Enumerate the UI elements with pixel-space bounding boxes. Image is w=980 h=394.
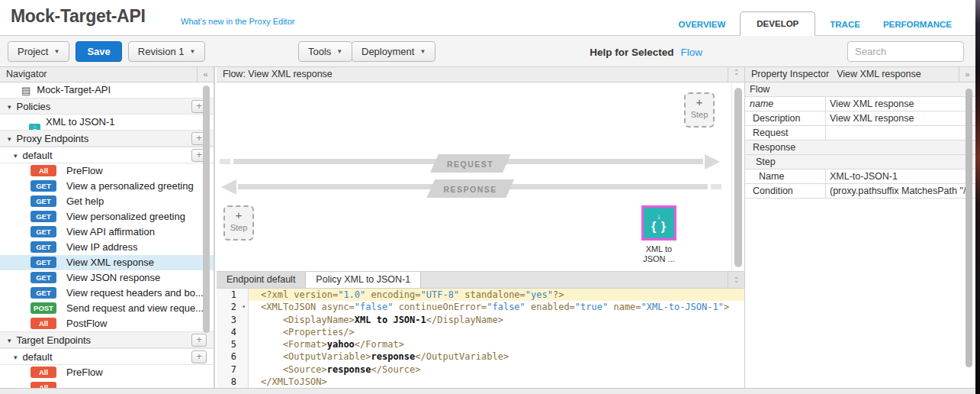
- expand-panel-icon[interactable]: »: [959, 67, 975, 82]
- code-line-2[interactable]: 2▾<XMLToJSON async="false" continueOnErr…: [217, 301, 744, 313]
- code-line-5[interactable]: 5 <Format>yahoo</Format>: [217, 338, 744, 350]
- navigator-scrollbar[interactable]: [203, 86, 210, 333]
- inspector-property-label: Name: [745, 170, 825, 183]
- proxy-document-icon: ▤: [21, 85, 31, 96]
- inspector-property-value[interactable]: View XML response: [825, 111, 975, 125]
- navigator-title: Navigator: [6, 69, 47, 79]
- inspector-property-value[interactable]: XML-to-JSON-1: [825, 170, 975, 183]
- nav-section-label: default: [23, 351, 53, 363]
- nav-item-view-api-affirmation[interactable]: GETView API affirmation: [0, 224, 214, 240]
- property-inspector-subtitle: View XML response: [837, 69, 921, 79]
- nav-item-xml-to-json-1[interactable]: ↓{}XML to JSON-1: [0, 115, 214, 130]
- tab-trace[interactable]: TRACE: [818, 13, 872, 36]
- nav-item-preflow[interactable]: AllPreFlow: [0, 163, 214, 179]
- request-arrowhead-icon: [705, 154, 720, 170]
- policy-node-label: XML to JSON ...: [631, 244, 686, 264]
- code-token: "false": [355, 302, 394, 312]
- revision-dropdown[interactable]: Revision 1 ▼: [128, 41, 206, 62]
- code-line-3[interactable]: 3 <DisplayName>XML to JSON-1</DisplayNam…: [217, 314, 744, 326]
- code-line-1[interactable]: 1<?xml version="1.0" encoding="UTF-8" st…: [217, 289, 744, 301]
- code-token: yahoo: [327, 339, 355, 350]
- toolbar: Project ▼ Save Revision 1 ▼ Tools ▼ Depl…: [0, 36, 975, 67]
- method-badge-get: GET: [31, 257, 56, 268]
- add-step-button-response[interactable]: + Step: [223, 205, 254, 241]
- nav-item-partial[interactable]: All: [0, 380, 214, 388]
- proxy-editor-app: Mock-Target-API What's new in the Proxy …: [0, 0, 980, 394]
- whats-new-link[interactable]: What's new in the Proxy Editor: [181, 17, 294, 26]
- nav-item-view-personalized-greeting[interactable]: GETView personalized greeting: [0, 209, 214, 224]
- inspector-scrollbar[interactable]: [966, 89, 972, 367]
- nav-item-send-request-and-view-reque[interactable]: POSTSend request and view reque...: [0, 301, 214, 316]
- method-badge-all: All: [31, 165, 56, 176]
- code-token: XML to JSON-1: [355, 315, 426, 325]
- nav-item-policies[interactable]: ▾Policies+: [0, 98, 214, 115]
- tab-develop[interactable]: DEVELOP: [740, 11, 815, 36]
- code-line-4[interactable]: 4 <Properties/>: [217, 326, 744, 338]
- code-text: <?xml version="1.0" encoding="UTF-8" sta…: [249, 289, 744, 301]
- method-badge-all: All: [31, 367, 56, 378]
- code-line-6[interactable]: 6 <OutputVariable>response</OutputVariab…: [217, 350, 744, 363]
- code-token: "XML-to-JSON-1": [641, 302, 724, 312]
- nav-item-label: View XML response: [66, 257, 154, 268]
- nav-item-postflow[interactable]: AllPostFlow: [0, 316, 214, 331]
- nav-item-label: Mock-Target-API: [37, 84, 111, 95]
- search-input[interactable]: [847, 41, 964, 62]
- method-badge-get: GET: [31, 241, 56, 253]
- arrow-down-icon: ↓: [657, 213, 661, 220]
- app-header: Mock-Target-API What's new in the Proxy …: [0, 0, 975, 36]
- code-line-8[interactable]: 8</XMLToJSON>: [217, 376, 744, 388]
- editor-tab-endpoint-default[interactable]: Endpoint default: [217, 272, 306, 288]
- collapse-flow-icon[interactable]: ⌃⌃: [728, 67, 744, 82]
- navigator-panel: Navigator « ▤Mock-Target-API▾Policies+↓{…: [0, 67, 215, 388]
- nav-item-default[interactable]: ▾default+: [0, 147, 214, 163]
- editor-tabs: Endpoint defaultPolicy XML to JSON-1⌄⌄: [217, 272, 744, 289]
- deployment-dropdown[interactable]: Deployment ▼: [352, 41, 435, 62]
- nav-item-view-request-headers-and-bo[interactable]: GETView request headers and bo...: [0, 286, 214, 301]
- project-dropdown[interactable]: Project ▼: [8, 41, 69, 62]
- nav-item-mock-target-api[interactable]: ▤Mock-Target-API: [0, 82, 214, 98]
- nav-item-default[interactable]: ▾default+: [0, 348, 214, 365]
- save-button[interactable]: Save: [76, 41, 121, 62]
- nav-item-target-endpoints[interactable]: ▾Target Endpoints+: [0, 331, 214, 348]
- property-inspector-header: Property InspectorView XML response »: [745, 67, 975, 82]
- nav-item-view-a-personalized-greeting[interactable]: GETView a personalized greeting: [0, 179, 214, 194]
- tab-overview[interactable]: OVERVIEW: [667, 13, 737, 36]
- navigator-header: Navigator «: [0, 67, 214, 82]
- editor-tab-policy-xml-to-json-1[interactable]: Policy XML to JSON-1: [306, 272, 421, 288]
- line-number: 1: [217, 289, 249, 301]
- inspector-property-value[interactable]: [825, 126, 975, 140]
- add-button[interactable]: +: [191, 350, 207, 363]
- nav-item-label: View personalized greeting: [66, 211, 185, 222]
- add-button[interactable]: +: [191, 334, 207, 347]
- xml-to-json-policy-node[interactable]: ↓ { }: [641, 205, 676, 241]
- code-line-7[interactable]: 7 <Source>response</Source>: [217, 363, 744, 376]
- code-text: </XMLToJSON>: [249, 376, 744, 388]
- add-step-button-request[interactable]: + Step: [684, 92, 715, 128]
- caret-down-icon[interactable]: ▾: [14, 350, 18, 366]
- help-flow-link[interactable]: Flow: [680, 47, 702, 58]
- nav-item-get-help[interactable]: GETGet help: [0, 194, 214, 209]
- code-text: <XMLToJSON async="false" continueOnError…: [249, 301, 744, 313]
- caret-down-icon[interactable]: ▾: [8, 131, 11, 147]
- help-for-selected-label: Help for Selected: [590, 47, 673, 58]
- inspector-property-value[interactable]: (proxy.pathsuffix MatchesPath "/x: [825, 184, 975, 198]
- caret-down-icon[interactable]: ▾: [8, 333, 11, 349]
- tab-performance[interactable]: PERFORMANCE: [872, 13, 963, 36]
- nav-item-view-xml-response[interactable]: GETView XML response: [0, 255, 214, 270]
- nav-item-preflow[interactable]: AllPreFlow: [0, 365, 214, 380]
- inspector-section-label: Flow: [745, 82, 975, 96]
- inspector-property-value[interactable]: View XML response: [825, 97, 975, 111]
- nav-section-label: Proxy Endpoints: [17, 133, 89, 144]
- caret-down-icon[interactable]: ▾: [8, 99, 11, 115]
- canvas-scrollbar[interactable]: [734, 88, 742, 267]
- fold-caret-icon[interactable]: ▾: [242, 301, 246, 313]
- nav-item-proxy-endpoints[interactable]: ▾Proxy Endpoints+: [0, 130, 214, 147]
- collapse-editor-icon[interactable]: ⌄⌄: [728, 272, 744, 288]
- collapse-panel-icon[interactable]: «: [197, 67, 214, 82]
- method-badge-get: GET: [31, 195, 56, 207]
- flow-canvas: REQUEST RESPONSE + Step + Step ↓: [217, 82, 744, 271]
- nav-item-view-json-response[interactable]: GETView JSON response: [0, 270, 214, 286]
- nav-item-view-ip-address[interactable]: GETView IP address: [0, 240, 214, 255]
- caret-down-icon[interactable]: ▾: [14, 148, 18, 164]
- tools-dropdown[interactable]: Tools ▼: [298, 41, 352, 62]
